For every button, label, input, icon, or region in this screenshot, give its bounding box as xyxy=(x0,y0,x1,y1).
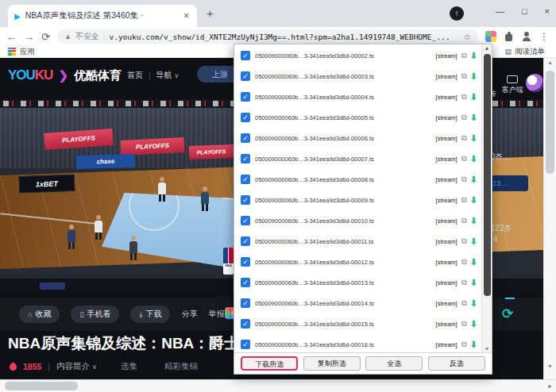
popup-scroll-thumb[interactable] xyxy=(484,54,491,296)
download-arrow-icon[interactable]: ⬇ xyxy=(470,257,477,267)
download-arrow-icon[interactable]: ⬇ xyxy=(470,92,477,102)
download-arrow-icon[interactable]: ⬇ xyxy=(470,278,477,288)
copy-icon[interactable]: ⧉ xyxy=(461,257,467,267)
bookmark-star-icon[interactable]: ☆ xyxy=(463,32,471,42)
new-tab-button[interactable]: + xyxy=(207,6,214,20)
nav-menu-link[interactable]: 导航 ∨ xyxy=(156,70,180,81)
copy-icon[interactable]: ⧉ xyxy=(461,340,467,349)
horizontal-scrollbar[interactable]: ► xyxy=(0,379,556,392)
scroll-down-icon[interactable]: ▼ xyxy=(544,363,556,369)
checkbox-checked[interactable]: ✓ xyxy=(241,92,250,102)
scroll-right-icon[interactable]: ► xyxy=(547,383,553,389)
download-arrow-icon[interactable]: ⬇ xyxy=(470,51,477,61)
popup-scrollbar[interactable]: ▲ ▼ xyxy=(481,44,492,352)
vertical-scroll-thumb[interactable] xyxy=(546,71,554,174)
share-link[interactable]: 分享 xyxy=(181,309,197,320)
reading-list-button[interactable]: ▤ 阅读清单 xyxy=(504,47,545,57)
file-list-row[interactable]: ✓ 050009000060b…3-341eea9d3d6d-00008.ts … xyxy=(234,169,481,190)
tab-highlights[interactable]: 精彩集锦 xyxy=(164,361,198,372)
checkbox-checked[interactable]: ✓ xyxy=(241,195,250,205)
copy-icon[interactable]: ⧉ xyxy=(461,71,467,81)
download-arrow-icon[interactable]: ⬇ xyxy=(470,236,477,247)
file-list-row[interactable]: ✓ 050009000060b…3-341eea9d3d6d-00004.ts … xyxy=(234,86,481,107)
download-button[interactable]: ⤓ 下载 xyxy=(130,306,170,323)
checkbox-checked[interactable]: ✓ xyxy=(241,340,250,349)
file-list-row[interactable]: ✓ 050009000060b…3-341eea9d3d6d-00011.ts … xyxy=(234,231,481,252)
apps-grid-icon[interactable] xyxy=(8,48,16,56)
download-arrow-icon[interactable]: ⬇ xyxy=(470,154,477,164)
favorite-button[interactable]: ⌂ 收藏 xyxy=(19,306,60,323)
tab-close-icon[interactable]: × xyxy=(182,10,191,21)
download-arrow-icon[interactable]: ⬇ xyxy=(470,133,477,144)
file-list-row[interactable]: ✓ 050009000060b…3-341eea9d3d6d-00002.ts … xyxy=(234,45,481,66)
checkbox-checked[interactable]: ✓ xyxy=(241,236,250,246)
copy-icon[interactable]: ⧉ xyxy=(461,175,467,184)
copy-icon[interactable]: ⧉ xyxy=(461,195,467,205)
popup-scroll-up-icon[interactable]: ▲ xyxy=(482,45,492,51)
download-arrow-icon[interactable]: ⬇ xyxy=(470,71,477,82)
url-text[interactable]: v.youku.com/v_show/id_XNTE2MzUyNjI3Mg==.… xyxy=(109,33,459,41)
scroll-up-icon[interactable]: ▲ xyxy=(544,60,556,65)
checkbox-checked[interactable]: ✓ xyxy=(241,257,250,267)
copy-icon[interactable]: ⧉ xyxy=(461,278,467,287)
checkbox-checked[interactable]: ✓ xyxy=(241,113,250,122)
checkbox-checked[interactable]: ✓ xyxy=(241,133,250,143)
copy-icon[interactable]: ⧉ xyxy=(461,298,467,308)
checkbox-checked[interactable]: ✓ xyxy=(241,216,250,225)
select-all-button[interactable]: 全选 xyxy=(365,356,423,371)
file-list-row[interactable]: ✓ 050009000060b…3-341eea9d3d6d-00010.ts … xyxy=(234,210,481,231)
copy-icon[interactable]: ⧉ xyxy=(461,319,467,329)
watch-on-phone-button[interactable]: ▯ 手机看 xyxy=(71,306,119,323)
file-list-row[interactable]: ✓ 050009000060b…3-341eea9d3d6d-00016.ts … xyxy=(234,334,481,352)
back-button[interactable]: ← xyxy=(6,31,17,43)
download-arrow-icon[interactable]: ⬇ xyxy=(470,113,477,123)
copy-icon[interactable]: ⧉ xyxy=(461,154,467,163)
copy-icon[interactable]: ⧉ xyxy=(461,92,467,102)
copy-icon[interactable]: ⧉ xyxy=(461,113,467,122)
menu-dots-icon[interactable]: ⋮ xyxy=(539,31,550,42)
forward-button[interactable]: → xyxy=(24,31,34,43)
file-list-row[interactable]: ✓ 050009000060b…3-341eea9d3d6d-00006.ts … xyxy=(234,128,481,148)
intro-toggle[interactable]: 内容简介 ∨ xyxy=(56,361,97,372)
checkbox-checked[interactable]: ✓ xyxy=(241,278,250,287)
checkbox-checked[interactable]: ✓ xyxy=(241,51,250,60)
file-list-row[interactable]: ✓ 050009000060b…3-341eea9d3d6d-00005.ts … xyxy=(234,107,481,128)
refresh-widget-icon[interactable]: ⟳ xyxy=(502,306,513,322)
minimize-button[interactable]: — xyxy=(496,6,504,16)
report-link[interactable]: 举报 xyxy=(208,309,224,320)
security-label[interactable]: 不安全 xyxy=(75,31,99,42)
file-list-row[interactable]: ✓ 050009000060b…3-341eea9d3d6d-00014.ts … xyxy=(234,293,481,313)
update-icon[interactable]: ↑ xyxy=(450,6,464,21)
file-list-row[interactable]: ✓ 050009000060b…3-341eea9d3d6d-00007.ts … xyxy=(234,148,481,169)
extensions-puzzle-icon[interactable] xyxy=(504,32,514,42)
file-list-row[interactable]: ✓ 050009000060b…3-341eea9d3d6d-00003.ts … xyxy=(234,66,481,86)
nav-home-link[interactable]: 首页 xyxy=(127,70,143,81)
file-list-row[interactable]: ✓ 050009000060b…3-341eea9d3d6d-00012.ts … xyxy=(234,252,481,272)
vertical-scrollbar[interactable]: ▲ ▼ xyxy=(543,58,556,379)
popup-scroll-down-icon[interactable]: ▼ xyxy=(482,346,492,352)
close-button[interactable]: × xyxy=(545,6,550,16)
file-list-row[interactable]: ✓ 050009000060b…3-341eea9d3d6d-00013.ts … xyxy=(234,272,481,293)
maximize-button[interactable]: □ xyxy=(522,6,527,16)
user-avatar[interactable] xyxy=(526,74,544,92)
invert-selection-button[interactable]: 反选 xyxy=(428,356,485,371)
copy-selected-button[interactable]: 复制所选 xyxy=(303,356,361,371)
checkbox-checked[interactable]: ✓ xyxy=(241,71,250,81)
copy-icon[interactable]: ⧉ xyxy=(461,133,467,143)
m3u8-extension-icon[interactable] xyxy=(485,31,496,42)
site-brand[interactable]: 优酷体育 xyxy=(74,68,122,83)
apps-label[interactable]: 应用 xyxy=(20,47,35,57)
checkbox-checked[interactable]: ✓ xyxy=(241,154,250,163)
download-arrow-icon[interactable]: ⬇ xyxy=(470,298,477,309)
checkbox-checked[interactable]: ✓ xyxy=(241,298,250,308)
address-bar[interactable]: ▲ 不安全 | v.youku.com/v_show/id_XNTE2MzUyN… xyxy=(57,29,478,44)
youku-logo[interactable]: YOUKU xyxy=(8,67,52,83)
download-selected-button[interactable]: 下载所选 xyxy=(241,356,298,371)
profile-icon[interactable] xyxy=(521,31,532,42)
file-list-row[interactable]: ✓ 050009000060b…3-341eea9d3d6d-00015.ts … xyxy=(234,313,481,334)
download-arrow-icon[interactable]: ⬇ xyxy=(470,195,477,206)
download-arrow-icon[interactable]: ⬇ xyxy=(470,319,477,329)
client-download-button[interactable]: 客户端 xyxy=(499,75,526,95)
reload-button[interactable]: ⟳ xyxy=(41,31,50,43)
checkbox-checked[interactable]: ✓ xyxy=(241,175,250,184)
